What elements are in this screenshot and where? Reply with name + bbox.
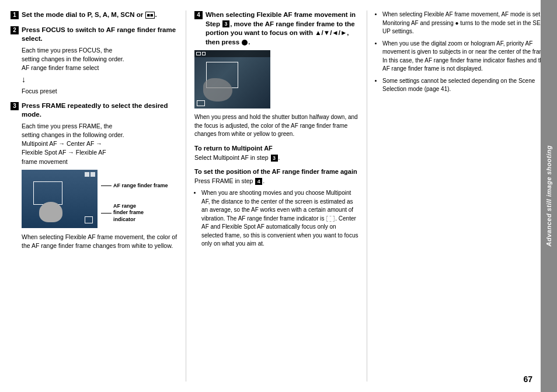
section-return-title: To return to Multipoint AF bbox=[194, 145, 358, 152]
sidebar-label: Advanced still image shooting bbox=[545, 145, 552, 246]
col2-bullets: When you are shooting movies and you cho… bbox=[194, 189, 358, 249]
step-3-ref-icon: 3 bbox=[222, 20, 229, 27]
step-3-image bbox=[22, 170, 98, 228]
step-4-title: When selecting Flexible AF frame movemen… bbox=[206, 10, 358, 47]
af-frame-box bbox=[33, 181, 62, 205]
column-1: 1 Set the mode dial to P, S, A, M, SCN o… bbox=[11, 10, 186, 382]
af-range-line bbox=[101, 186, 112, 186]
step-3-ref-2: 3 bbox=[271, 155, 278, 162]
af-frame-indicator-box bbox=[85, 216, 93, 223]
circle-button-icon bbox=[242, 40, 248, 46]
arrow-down-icon: ↓ bbox=[22, 74, 177, 85]
col3-bullet-2: When you use the digital zoom or hologra… bbox=[382, 40, 551, 74]
indicator-icon bbox=[326, 216, 335, 222]
top-bar-icon-1 bbox=[196, 52, 201, 55]
col3-bullets: When selecting Flexible AF frame movemen… bbox=[375, 10, 551, 94]
section-set-body: Press FRAME in step 4. bbox=[194, 177, 358, 186]
step-1-number: 1 bbox=[11, 11, 19, 19]
page: 1 Set the mode dial to P, S, A, M, SCN o… bbox=[0, 0, 557, 392]
section-set: To set the position of the AF range find… bbox=[194, 168, 358, 186]
step-3-number: 3 bbox=[11, 102, 19, 110]
col2-bullet-1: When you are shooting movies and you cho… bbox=[201, 189, 358, 249]
col3-bullet-3: Some settings cannot be selected dependi… bbox=[382, 77, 551, 94]
section-return: To return to Multipoint AF Select Multip… bbox=[194, 145, 358, 162]
step-3-body: Each time you press FRAME, the setting c… bbox=[22, 122, 177, 166]
subject-shape bbox=[203, 78, 232, 102]
step-1: 1 Set the mode dial to P, S, A, M, SCN o… bbox=[11, 10, 177, 20]
top-right-icons bbox=[85, 172, 95, 177]
step-3-note: When selecting Flexible AF frame movemen… bbox=[22, 233, 177, 250]
af-range-label-block: AF range finder frame bbox=[101, 183, 168, 190]
column-3: When selecting Flexible AF frame movemen… bbox=[367, 10, 551, 382]
step-2-title: Press FOCUS to switch to AF range finder… bbox=[22, 26, 177, 44]
step-3: 3 Press FRAME repeatedly to select the d… bbox=[11, 102, 177, 251]
image-top-bar bbox=[194, 50, 270, 57]
step-3-title: Press FRAME repeatedly to select the des… bbox=[22, 102, 177, 120]
sidebar: Advanced still image shooting bbox=[541, 0, 557, 392]
step-3-labels: AF range finder frame AF rangefinder fra… bbox=[101, 170, 168, 228]
bottom-frame-indicator bbox=[197, 100, 205, 106]
af-indicator-line bbox=[101, 213, 112, 214]
step-1-title: Set the mode dial to P, S, A, M, SCN or … bbox=[22, 10, 157, 20]
step-2-number: 2 bbox=[11, 26, 19, 34]
bird-shape bbox=[39, 202, 62, 222]
step-4-note: When you press and hold the shutter butt… bbox=[194, 113, 358, 139]
af-indicator-label-block: AF rangefinder frameindicator bbox=[101, 203, 168, 223]
step-4: 4 When selecting Flexible AF frame movem… bbox=[194, 10, 358, 139]
af-indicator-label: AF rangefinder frameindicator bbox=[113, 203, 144, 223]
top-bar-icon-2 bbox=[202, 52, 206, 55]
col3-bullet-1: When selecting Flexible AF frame movemen… bbox=[382, 10, 551, 36]
section-set-title: To set the position of the AF range find… bbox=[194, 168, 358, 175]
step-4-image bbox=[194, 50, 270, 108]
af-range-label: AF range finder frame bbox=[113, 183, 168, 190]
step-4-number: 4 bbox=[194, 11, 203, 19]
step-2: 2 Press FOCUS to switch to AF range find… bbox=[11, 26, 177, 96]
section-return-body: Select Multipoint AF in step 3. bbox=[194, 153, 358, 162]
page-number: 67 bbox=[523, 374, 532, 384]
column-2: 4 When selecting Flexible AF frame movem… bbox=[186, 10, 367, 382]
step-4-ref: 4 bbox=[255, 178, 262, 185]
step-3-image-block: AF range finder frame AF rangefinder fra… bbox=[22, 170, 177, 228]
step-2-body: Each time you press FOCUS, the setting c… bbox=[22, 46, 177, 96]
